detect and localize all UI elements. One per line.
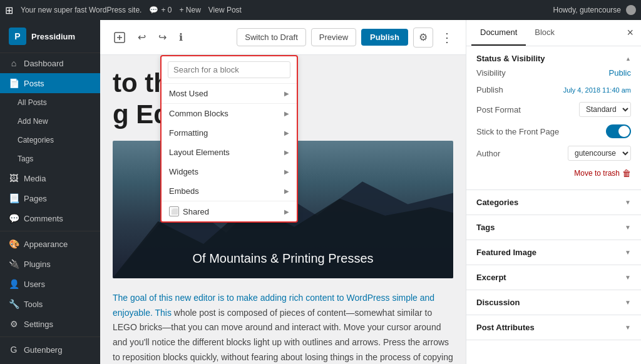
visibility-value[interactable]: Public — [609, 68, 631, 78]
sidebar-item-label: All Posts — [18, 98, 47, 107]
publish-button[interactable]: Publish — [361, 29, 408, 46]
shared-icon: ⬜ — [169, 206, 179, 216]
new-item[interactable]: + New — [179, 6, 200, 14]
section-post-attributes[interactable]: Post Attributes ▼ — [466, 315, 641, 340]
visibility-row: Visibility Public — [476, 64, 631, 81]
sidebar-logo[interactable]: P Pressidium — [0, 20, 100, 53]
tools-icon: 🔧 — [9, 299, 19, 309]
block-category-label: Embeds — [169, 186, 199, 196]
appearance-icon: 🎨 — [9, 239, 19, 249]
author-select[interactable]: gutencourse — [568, 146, 631, 161]
preview-button[interactable]: Preview — [311, 28, 356, 46]
sidebar-item-label: Gutenberg — [24, 345, 62, 355]
toolbar-right: Switch to Draft Preview Publish ⚙ ⋮ — [237, 28, 456, 48]
sidebar-item-tools[interactable]: 🔧 Tools — [0, 294, 100, 314]
sidebar-item-label: Posts — [24, 79, 44, 88]
section-tags[interactable]: Tags ▼ — [466, 215, 641, 240]
block-search-container — [162, 56, 297, 84]
wp-logo: ⊞ — [5, 4, 13, 16]
section-discussion[interactable]: Discussion ▼ — [466, 290, 641, 315]
block-category-embeds[interactable]: Embeds ▶ — [162, 181, 297, 201]
sidebar-item-appearance[interactable]: 🎨 Appearance — [0, 234, 100, 254]
block-category-label: Most Used — [169, 89, 208, 98]
sidebar-item-pages[interactable]: 📃 Pages — [0, 188, 100, 208]
tab-document[interactable]: Document — [471, 20, 526, 46]
sidebar-item-label: Settings — [24, 320, 53, 329]
block-category-label: Common Blocks — [169, 109, 228, 118]
status-visibility-header[interactable]: Status & Visibility — [476, 54, 631, 63]
chevron-right-icon: ▶ — [284, 188, 289, 195]
sidebar-item-users[interactable]: 👤 Users — [0, 274, 100, 294]
chevron-right-icon: ▶ — [284, 90, 289, 97]
main-layout: P Pressidium ⌂ Dashboard 📄 Posts All Pos… — [0, 20, 641, 364]
sidebar-item-media[interactable]: 🖼 Media — [0, 168, 100, 188]
plugins-icon: 🔌 — [9, 259, 19, 269]
move-to-trash-button[interactable]: Move to trash 🗑 — [574, 168, 631, 178]
sidebar-item-dashboard[interactable]: ⌂ Dashboard — [0, 53, 100, 73]
section-excerpt[interactable]: Excerpt ▼ — [466, 265, 641, 290]
info-button[interactable]: ℹ — [175, 28, 187, 47]
chevron-right-icon: ▶ — [284, 110, 289, 117]
more-options-button[interactable]: ⋮ — [438, 28, 456, 48]
comments-menu-icon: 💬 — [9, 213, 19, 223]
post-format-select[interactable]: Standard Aside Gallery Image Video — [579, 102, 631, 117]
sidebar-item-label: Users — [24, 280, 45, 289]
publish-value[interactable]: July 4, 2018 11:40 am — [563, 86, 631, 94]
sidebar-item-categories[interactable]: Categories — [0, 131, 100, 149]
sidebar-item-add-new[interactable]: Add New — [0, 112, 100, 131]
block-search-input[interactable] — [168, 61, 290, 78]
comments-icon[interactable]: 💬 + 0 — [149, 6, 172, 14]
block-category-formatting[interactable]: Formatting ▶ — [162, 123, 297, 143]
sidebar-item-label: Dashboard — [24, 59, 64, 68]
sidebar-item-comments[interactable]: 💬 Comments — [0, 208, 100, 228]
tab-block[interactable]: Block — [526, 20, 563, 46]
sidebar-item-all-posts[interactable]: All Posts — [0, 93, 100, 112]
block-category-most-used[interactable]: Most Used ▶ — [162, 84, 297, 103]
stick-front-page-label: Stick to the Front Page — [476, 127, 559, 136]
post-body[interactable]: The goal of this new editor is to make a… — [113, 291, 453, 364]
categories-title: Categories — [476, 198, 518, 207]
user-avatar[interactable] — [626, 5, 636, 15]
sidebar-item-label: Plugins — [24, 260, 51, 269]
sidebar-item-posts[interactable]: 📄 Posts — [0, 73, 100, 93]
sidebar-item-label: Comments — [24, 214, 63, 223]
cover-image-text: Of Mountains & Printing Presses — [180, 239, 386, 278]
block-category-shared[interactable]: ⬜ Shared ▶ — [162, 201, 297, 221]
panel-close-button[interactable]: × — [624, 24, 636, 42]
author-label: Author — [476, 149, 500, 158]
featured-image-title: Featured Image — [476, 248, 536, 257]
sidebar-item-tags[interactable]: Tags — [0, 149, 100, 168]
stick-front-page-toggle[interactable] — [606, 124, 631, 138]
chevron-right-icon: ▶ — [284, 168, 289, 175]
sidebar-item-gutenberg[interactable]: G Gutenberg — [0, 340, 100, 360]
section-featured-image[interactable]: Featured Image ▼ — [466, 240, 641, 265]
sidebar-item-label: Categories — [18, 136, 54, 144]
block-category-common-blocks[interactable]: Common Blocks ▶ — [162, 104, 297, 123]
block-category-widgets[interactable]: Widgets ▶ — [162, 162, 297, 181]
users-icon: 👤 — [9, 279, 19, 289]
panel-tabs: Document Block × — [466, 20, 641, 46]
sidebar-item-plugins[interactable]: 🔌 Plugins — [0, 254, 100, 274]
section-categories[interactable]: Categories ▼ — [466, 190, 641, 215]
sidebar-item-atomic-blocks[interactable]: ⬡ Atomic Blocks — [0, 360, 100, 364]
undo-button[interactable]: ↩ — [134, 28, 150, 47]
sidebar-menu: ⌂ Dashboard 📄 Posts All Posts Add New Ca… — [0, 53, 100, 364]
post-attributes-title: Post Attributes — [476, 323, 535, 332]
settings-panel-button[interactable]: ⚙ — [413, 28, 433, 48]
block-category-layout-elements[interactable]: Layout Elements ▶ — [162, 143, 297, 162]
sidebar-item-settings[interactable]: ⚙ Settings — [0, 314, 100, 334]
redo-button[interactable]: ↪ — [155, 28, 170, 47]
tags-title: Tags — [476, 223, 495, 232]
discussion-chevron: ▼ — [625, 299, 631, 306]
switch-to-draft-button[interactable]: Switch to Draft — [237, 28, 306, 46]
categories-chevron: ▼ — [625, 199, 631, 206]
post-format-label: Post Format — [476, 105, 521, 114]
insert-block-button[interactable] — [110, 28, 129, 47]
gutenberg-icon: G — [9, 345, 19, 355]
excerpt-chevron: ▼ — [625, 274, 631, 281]
site-name[interactable]: Your new super fast WordPress site. — [21, 6, 141, 14]
view-post[interactable]: View Post — [208, 6, 242, 14]
discussion-title: Discussion — [476, 298, 520, 307]
posts-icon: 📄 — [9, 78, 19, 88]
block-category-label: Layout Elements — [169, 148, 230, 157]
